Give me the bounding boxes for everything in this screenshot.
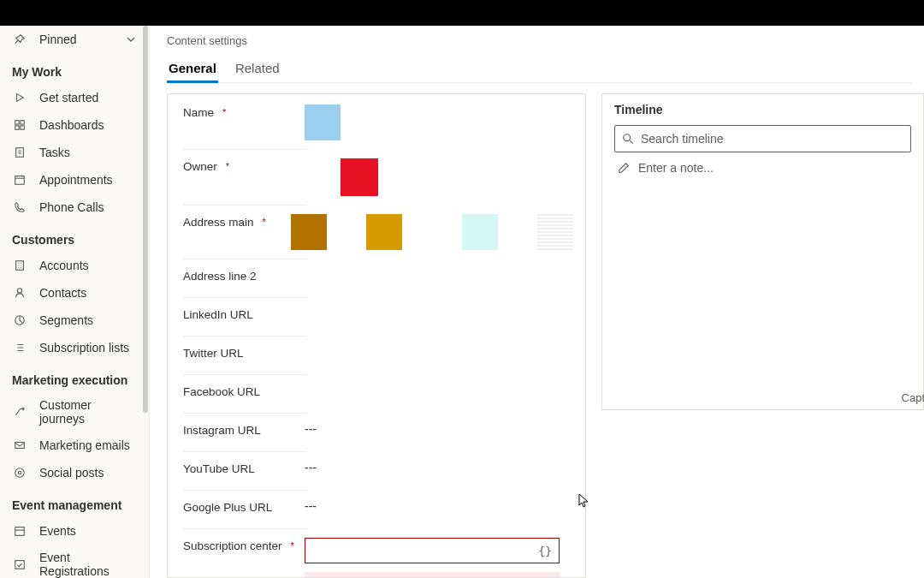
sidebar-item-customer-journeys[interactable]: Customer journeys <box>0 392 149 432</box>
svg-rect-1 <box>21 121 24 124</box>
required-mark: * <box>263 217 266 227</box>
sidebar-item-accounts[interactable]: Accounts <box>0 252 149 279</box>
person-icon <box>12 285 27 301</box>
field-label: Twitter URL <box>183 347 244 360</box>
sidebar-item-label: Segments <box>39 313 93 327</box>
sidebar-item-subscription-lists[interactable]: Subscription lists <box>0 334 149 361</box>
sidebar-item-dashboards[interactable]: Dashboards <box>0 111 149 139</box>
sidebar-section-header: My Work <box>0 53 149 84</box>
tab-related[interactable]: Related <box>234 52 281 82</box>
svg-point-11 <box>18 471 21 474</box>
color-block <box>341 158 378 196</box>
journey-icon <box>12 404 27 420</box>
form-row-subscription-center: Subscription center*{}Subscription cente… <box>168 529 585 578</box>
play-icon <box>12 90 27 105</box>
field-value[interactable]: --- <box>305 422 573 443</box>
sidebar-item-label: Get started <box>39 91 98 104</box>
svg-rect-2 <box>15 126 19 129</box>
field-label: Address main <box>183 216 254 229</box>
field-value[interactable] <box>305 384 573 404</box>
sidebar-item-tasks[interactable]: Tasks <box>0 139 149 166</box>
tasks-icon <box>12 145 27 160</box>
color-block <box>366 214 402 250</box>
sidebar-item-appointments[interactable]: Appointments <box>0 166 149 194</box>
field-value[interactable]: --- <box>305 461 573 481</box>
segments-icon <box>12 313 27 328</box>
svg-rect-0 <box>15 121 19 124</box>
subscription-center-input[interactable]: {} <box>305 538 560 563</box>
timeline-title: Timeline <box>614 103 911 125</box>
sidebar-item-label: Contacts <box>39 286 86 300</box>
form-row-owner: Owner* <box>168 150 585 205</box>
brace-placeholder: {} <box>538 545 552 557</box>
form-row-instagram-url: Instagram URL--- <box>168 414 585 451</box>
field-label: YouTube URL <box>183 462 255 475</box>
form-row-youtube-url: YouTube URL--- <box>168 452 585 490</box>
sidebar-item-get-started[interactable]: Get started <box>0 84 149 111</box>
sidebar-item-label: Marketing emails <box>39 438 130 452</box>
svg-point-7 <box>17 289 21 293</box>
timeline-caption-stub: Capt <box>902 391 924 404</box>
form-row-twitter-url: Twitter URL <box>168 337 585 374</box>
sidebar-section-label: Event management <box>12 498 121 512</box>
field-value[interactable] <box>305 268 573 289</box>
sidebar-item-marketing-emails[interactable]: Marketing emails <box>0 432 149 459</box>
sidebar-item-contacts[interactable]: Contacts <box>0 279 149 307</box>
color-block <box>537 214 573 250</box>
required-mark: * <box>291 540 294 551</box>
sidebar-item-label: Appointments <box>39 173 113 187</box>
top-black-bar <box>0 0 924 26</box>
sidebar-item-label: Accounts <box>39 259 89 272</box>
dashboard-icon <box>12 117 27 133</box>
sidebar-item-label: Tasks <box>39 146 70 159</box>
sidebar-item-phone-calls[interactable]: Phone Calls <box>0 194 149 221</box>
svg-rect-13 <box>15 561 25 569</box>
form-row-address-main: Address main* <box>168 206 585 259</box>
content-body: Name*Owner*Address main*Address line 2Li… <box>167 83 924 578</box>
search-icon <box>622 133 634 145</box>
calendar-icon <box>12 172 27 188</box>
sidebar-scrollbar[interactable] <box>143 26 148 413</box>
color-block <box>462 214 498 250</box>
main-layout: Pinned My WorkGet startedDashboardsTasks… <box>0 26 924 578</box>
mail-icon <box>12 438 27 453</box>
sidebar-item-social-posts[interactable]: Social posts <box>0 459 149 486</box>
field-label: Google Plus URL <box>183 501 272 514</box>
form-row-address-line-2: Address line 2 <box>168 259 585 297</box>
sidebar-pinned[interactable]: Pinned <box>0 26 149 53</box>
sidebar-item-label: Customer journeys <box>39 398 139 426</box>
form-row-linkedin-url: LinkedIn URL <box>168 298 585 336</box>
timeline-note-input[interactable]: Enter a note... <box>614 152 911 178</box>
social-icon <box>12 465 27 480</box>
sidebar-item-event-registrations[interactable]: Event Registrations <box>0 545 149 578</box>
field-text: --- <box>305 499 317 513</box>
field-value[interactable]: {}Subscription center: Required fields m… <box>305 538 573 578</box>
field-label: Instagram URL <box>183 424 261 437</box>
timeline-search[interactable]: Search timeline <box>614 125 911 152</box>
sidebar-section-label: Marketing execution <box>12 373 127 387</box>
tabs: General Related <box>167 52 912 83</box>
form-row-name: Name* <box>168 96 585 149</box>
color-block <box>305 104 341 140</box>
field-value[interactable] <box>305 158 573 196</box>
form-row-google-plus-url: Google Plus URL--- <box>168 491 585 528</box>
event-icon <box>12 523 27 539</box>
field-value[interactable] <box>305 104 573 140</box>
sidebar-item-label: Subscription lists <box>39 341 129 355</box>
field-value[interactable] <box>291 214 573 250</box>
timeline-panel: Timeline Search timeline Enter a note... <box>601 93 924 578</box>
svg-point-10 <box>15 468 25 478</box>
svg-rect-12 <box>15 527 25 536</box>
field-text: --- <box>305 461 317 474</box>
field-value[interactable]: --- <box>305 499 573 520</box>
field-value[interactable] <box>305 307 573 327</box>
sidebar-item-events[interactable]: Events <box>0 517 149 545</box>
svg-point-15 <box>624 134 631 141</box>
sidebar-item-label: Dashboards <box>39 118 104 132</box>
sidebar-item-segments[interactable]: Segments <box>0 307 149 334</box>
tab-general[interactable]: General <box>167 52 218 82</box>
color-block <box>291 214 327 250</box>
field-label: Owner <box>183 160 217 173</box>
field-value[interactable] <box>305 345 573 366</box>
pin-icon <box>12 32 27 47</box>
